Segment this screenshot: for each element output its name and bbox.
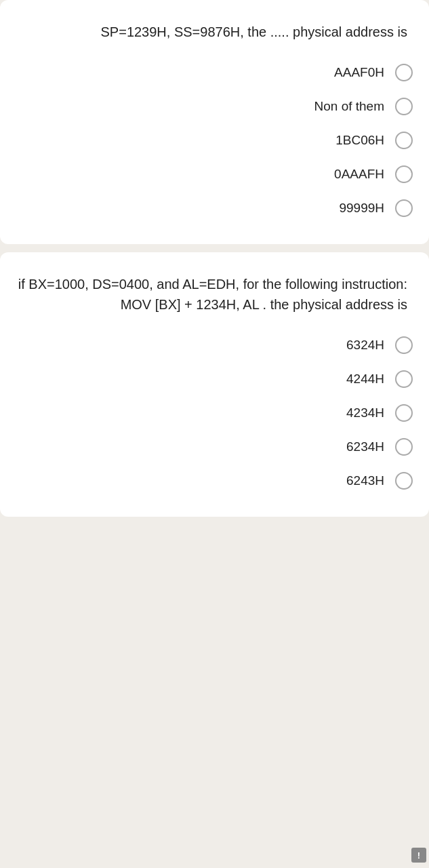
question-card-2: if BX=1000, DS=0400, and AL=EDH, for the… xyxy=(0,252,429,517)
option-label-2c: 4234H xyxy=(346,406,384,420)
option-label-1a: AAAF0H xyxy=(334,65,384,80)
radio-1c[interactable] xyxy=(395,132,413,149)
radio-2e[interactable] xyxy=(395,472,413,490)
option-label-1e: 99999H xyxy=(339,201,384,216)
option-label-1b: Non of them xyxy=(314,99,385,114)
radio-1d[interactable] xyxy=(395,165,413,183)
radio-1a[interactable] xyxy=(395,64,413,81)
radio-2c[interactable] xyxy=(395,404,413,422)
exclamation-badge[interactable]: ! xyxy=(411,848,426,863)
question-text-1: SP=1239H, SS=9876H, the ..... physical a… xyxy=(16,22,413,42)
radio-2a[interactable] xyxy=(395,336,413,354)
option-label-2b: 4244H xyxy=(346,372,384,387)
question-text-2: if BX=1000, DS=0400, and AL=EDH, for the… xyxy=(16,274,413,315)
option-item-2d[interactable]: 6234H xyxy=(16,438,413,456)
options-list-2: 6324H 4244H 4234H 6234H 6243H xyxy=(16,336,413,490)
option-item-1d[interactable]: 0AAAFH xyxy=(16,165,413,183)
option-item-1b[interactable]: Non of them xyxy=(16,98,413,115)
option-label-1d: 0AAAFH xyxy=(334,167,384,182)
radio-1b[interactable] xyxy=(395,98,413,115)
option-label-2a: 6324H xyxy=(346,338,384,353)
radio-2d[interactable] xyxy=(395,438,413,456)
option-label-2d: 6234H xyxy=(346,439,384,454)
option-item-2b[interactable]: 4244H xyxy=(16,370,413,388)
option-label-2e: 6243H xyxy=(346,473,384,488)
option-label-1c: 1BC06H xyxy=(335,133,384,148)
option-item-1a[interactable]: AAAF0H xyxy=(16,64,413,81)
option-item-2c[interactable]: 4234H xyxy=(16,404,413,422)
radio-2b[interactable] xyxy=(395,370,413,388)
option-item-2a[interactable]: 6324H xyxy=(16,336,413,354)
question-card-1: SP=1239H, SS=9876H, the ..... physical a… xyxy=(0,0,429,244)
options-list-1: AAAF0H Non of them 1BC06H 0AAAFH 99999H xyxy=(16,64,413,217)
option-item-1e[interactable]: 99999H xyxy=(16,199,413,217)
option-item-2e[interactable]: 6243H xyxy=(16,472,413,490)
option-item-1c[interactable]: 1BC06H xyxy=(16,132,413,149)
radio-1e[interactable] xyxy=(395,199,413,217)
